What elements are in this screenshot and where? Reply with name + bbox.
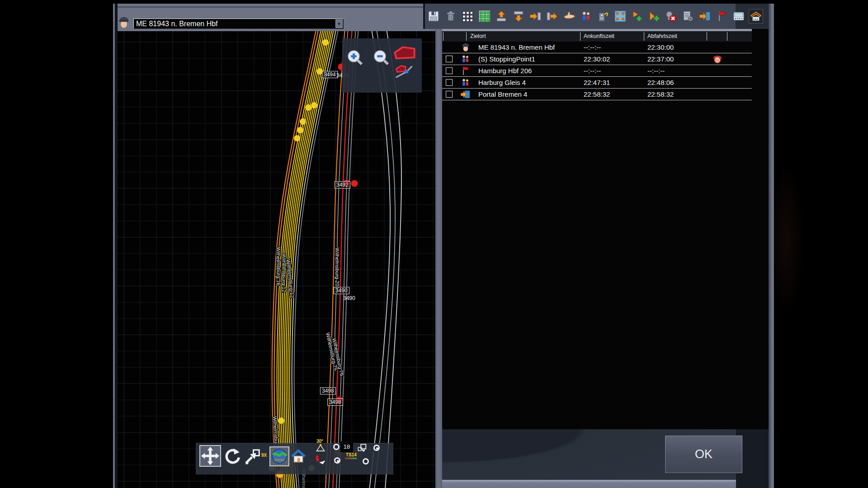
move-up-toolbar-button[interactable] [495,9,508,23]
insert-after-icon [529,10,542,23]
depot-icon [750,10,762,23]
track-map[interactable]: Wilhelmsburg 16Wilhelmsburg 12Wilhelmsbu… [118,31,435,488]
row-abfahrtszeit: 22:37:00 [647,55,674,63]
signal-badge: 3498 [327,399,343,406]
map-nav-toolbar: 18 [196,443,393,474]
depot-toolbar-button[interactable] [749,9,763,23]
row-zielort: (S) StoppingPoint1 [478,55,535,63]
grid-green-toolbar-button[interactable] [478,9,491,23]
signal-badge: 3492 [335,181,350,188]
zoom-in-button[interactable] [346,48,364,66]
passengers-icon [460,77,471,88]
column-ankunftszeit[interactable]: Ankunftszeit [584,33,614,39]
passengers-toolbar-button[interactable] [580,9,593,23]
chevron-down-icon[interactable]: ▼ [335,19,343,28]
zoom-out-button[interactable] [372,48,390,66]
grid-white-icon [461,10,474,23]
row-ankunftszeit: --:--:-- [584,43,601,51]
display-board-toolbar-button[interactable] [732,9,745,23]
driver-icon-glyph [117,15,131,30]
save-toolbar-button[interactable] [427,9,440,23]
portal-icon [460,89,471,100]
rotate-button[interactable] [223,447,241,465]
add-waypoint-2-toolbar-button[interactable] [647,9,661,23]
table-row[interactable]: Portal Bremen 422:58:3222:58:32 [442,89,752,100]
table-header: Zielort Ankunftszeit Abfahrtszeit [442,31,752,42]
save-icon [427,10,440,23]
radio-top-right-radio[interactable] [373,445,380,451]
zoom-level-value[interactable]: 18 [340,441,353,452]
radio-bottom-left-radio[interactable] [334,457,340,464]
jump-icon [245,448,261,465]
passengers-icon [460,54,471,65]
table-row[interactable]: Hamburg Hbf 206--:--:----:--:-- [442,65,752,77]
column-abfahrtszeit[interactable]: Abfahrtszeit [647,33,677,39]
column-zielort[interactable]: Zielort [470,33,486,39]
center-view-toolbar-button[interactable] [613,9,627,23]
edit-list-toolbar-button[interactable] [681,9,695,23]
refuel-toolbar-button[interactable] [596,9,610,23]
screen-texture [774,136,815,343]
pan-button[interactable] [200,446,220,466]
rotate-icon [223,447,241,465]
gradient-signal-line [345,458,357,459]
insert-after-toolbar-button[interactable] [528,9,542,23]
table-row[interactable]: Harburg Gleis 422:47:3122:48:06 [442,77,752,89]
radio-top-left-radio[interactable] [333,444,340,450]
angle-snap-button[interactable] [315,443,326,454]
display-board-icon [732,10,745,23]
track-layout-canvas[interactable]: Wilhelmsburg 16Wilhelmsburg 12Wilhelmsbu… [118,31,435,488]
ok-button[interactable]: OK [665,435,743,474]
row-zielort: ME 81943 n. Bremen Hbf [478,43,555,51]
schedule-editor-window: ME 81943 n. Bremen Hbf ▼ Wilhelmsburg 16… [113,4,774,488]
row-checkbox[interactable] [446,91,453,98]
main-toolbar [427,4,763,29]
add-waypoint-icon [631,10,643,23]
enter-portal-icon [698,10,711,23]
row-ankunftszeit: 22:30:02 [584,55,610,63]
pick-hand-toolbar-button[interactable] [562,9,576,23]
add-waypoint-toolbar-button[interactable] [630,9,644,23]
protractor-icon [315,443,326,454]
remove-ai-icon [665,10,677,23]
zoom-in-icon [346,48,364,66]
area-edit-button[interactable] [395,64,415,84]
row-checkbox[interactable] [446,67,453,74]
remove-ai-toolbar-button[interactable] [664,9,678,23]
delete-toolbar-button[interactable] [444,9,458,23]
home-button[interactable] [290,448,307,465]
row-ankunftszeit: 22:58:32 [584,90,610,98]
column-divider [443,32,443,41]
column-divider [644,32,644,41]
magnet-button[interactable] [314,453,327,466]
radio-dot [337,460,339,462]
driver-icon [117,15,131,30]
globe-icon [270,447,288,465]
grid-white-toolbar-button[interactable] [461,9,474,23]
column-divider [707,32,707,41]
globe-button[interactable] [270,447,288,465]
flag-toolbar-button[interactable] [715,9,729,23]
track-block-icon [357,443,367,453]
table-scroll-gutter[interactable] [752,29,769,436]
table-row[interactable]: (S) StoppingPoint122:30:0222:37:00 [442,53,752,65]
row-checkbox[interactable] [446,79,453,86]
table-row[interactable]: ME 81943 n. Bremen Hbf--:--:--22:30:00 [442,42,752,53]
panel-splitter[interactable] [435,29,442,488]
jump-button[interactable] [245,448,261,465]
track-block-button[interactable] [357,443,367,453]
center-view-icon [614,10,627,23]
row-checkbox[interactable] [446,56,453,62]
zoom-out-icon [372,48,390,66]
radio-bottom-right-radio[interactable] [363,458,369,465]
enter-portal-toolbar-button[interactable] [698,9,712,23]
driver-icon [460,42,471,53]
insert-before-toolbar-button[interactable] [546,9,559,23]
passengers-icon [580,10,593,23]
move-down-toolbar-button[interactable] [512,9,525,23]
row-ankunftszeit: 22:47:31 [584,79,610,86]
train-selector-dropdown[interactable]: ME 81943 n. Bremen Hbf [133,19,344,29]
row-abfahrtszeit: --:--:-- [647,67,665,75]
signal-badge: 3498 [320,387,336,394]
pan-icon [200,446,220,466]
